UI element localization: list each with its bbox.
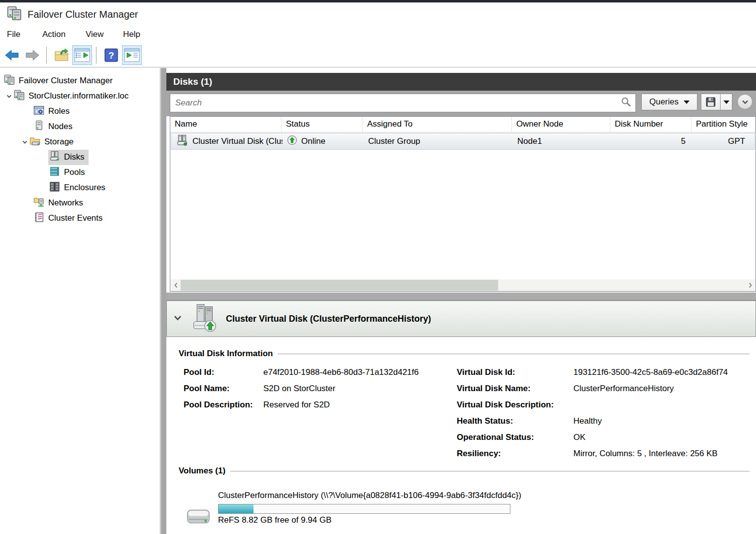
tree-item-label: Cluster Events (48, 213, 103, 223)
up-folder-button[interactable] (52, 45, 71, 65)
menu-file[interactable]: File (7, 28, 29, 41)
title-bar: Failover Cluster Manager (0, 2, 756, 26)
disk-row[interactable]: Cluster Virtual Disk (Clust... Online Cl… (171, 133, 755, 150)
volume-usage-fill (219, 504, 253, 513)
field-value: OK (573, 433, 586, 442)
scroll-right-arrow[interactable] (745, 279, 756, 291)
section-title: Virtual Disk Information (179, 349, 273, 359)
volume-name: ClusterPerformanceHistory (\\?\Volume{a0… (218, 491, 521, 501)
forward-button[interactable] (23, 45, 42, 65)
forward-icon (25, 49, 40, 62)
search-input[interactable] (170, 98, 621, 108)
queries-button-label: Queries (649, 97, 679, 107)
disks-list: Name Status Assigned To Owner Node Disk … (170, 116, 756, 292)
virtual-disk-info-section-header: Virtual Disk Information (179, 349, 750, 359)
field-label: Health Status: (457, 416, 573, 426)
detail-header[interactable]: Cluster Virtual Disk (ClusterPerformance… (166, 300, 756, 337)
help-button[interactable]: ? (101, 45, 121, 65)
disks-panel-toolbar: Queries (166, 91, 756, 116)
tree-item-cluster[interactable]: StorCluster.informatiker.loc (0, 89, 160, 103)
volumes-section-header: Volumes (1) (179, 466, 750, 476)
collapse-detail-chevron-icon[interactable] (174, 314, 182, 323)
menu-action[interactable]: Action (42, 28, 73, 41)
dropdown-caret-icon (724, 100, 729, 104)
disks-icon (49, 151, 60, 164)
console-tree-button[interactable] (72, 45, 92, 65)
scrollbar-thumb[interactable] (181, 280, 498, 291)
chevron-down-icon[interactable] (5, 92, 13, 100)
virtual-disk-large-icon (192, 303, 218, 334)
toolbar-separator (96, 47, 96, 64)
disk-name-cell: Cluster Virtual Disk (Clust... (171, 134, 283, 149)
tree-item-label: Roles (48, 106, 69, 116)
column-header-partition-style[interactable]: Partition Style (692, 117, 756, 132)
column-header-disk-number[interactable]: Disk Number (610, 117, 692, 132)
column-header-status[interactable]: Status (282, 117, 363, 132)
tree-item-label: Nodes (48, 122, 72, 132)
cluster-icon (14, 90, 25, 103)
chevron-down-icon[interactable] (21, 138, 29, 146)
disk-status: Online (301, 136, 325, 146)
field-value: Mirror, Columns: 5 , Interleave: 256 KB (573, 449, 718, 459)
search-box (170, 94, 636, 112)
volume-usage-bar (218, 504, 510, 514)
tree-item-roles[interactable]: Roles (0, 104, 160, 118)
save-dropdown-button[interactable] (720, 94, 732, 110)
tree-item-nodes[interactable]: Nodes (0, 120, 160, 134)
field-label: Pool Id: (184, 367, 263, 377)
up-folder-icon (54, 48, 69, 62)
chevron-down-icon (741, 98, 749, 106)
volume-item[interactable]: ClusterPerformanceHistory (\\?\Volume{a0… (186, 491, 521, 525)
collapse-panel-button[interactable] (737, 94, 753, 109)
enclosures-icon (49, 181, 60, 195)
tree-item-disks[interactable]: Disks (0, 150, 160, 164)
back-icon (4, 49, 19, 62)
disk-status-cell: Online (283, 135, 364, 148)
tree-splitter[interactable] (161, 68, 166, 534)
field-label: Virtual Disk Name: (457, 384, 573, 394)
floppy-icon (706, 97, 716, 107)
action-pane-button[interactable] (122, 45, 142, 65)
tree-item-storage[interactable]: Storage (0, 135, 160, 149)
field-value: S2D on StorCluster (263, 384, 335, 394)
tree-item-pools[interactable]: Pools (0, 166, 160, 179)
volume-disk-icon (186, 507, 211, 527)
scroll-left-arrow[interactable] (170, 279, 181, 291)
disk-number-cell: 5 (611, 136, 693, 146)
storage-folder-icon (30, 135, 40, 149)
disk-owner-cell: Node1 (513, 136, 611, 146)
field-value: ClusterPerformanceHistory (573, 384, 674, 394)
tree-item-label: Pools (64, 167, 85, 177)
tree-item-label: Enclosures (64, 183, 105, 193)
help-icon: ? (104, 48, 118, 62)
tree-item-networks[interactable]: Networks (0, 196, 160, 210)
horizontal-scrollbar[interactable] (170, 279, 756, 291)
networks-icon (33, 197, 44, 210)
back-button[interactable] (2, 45, 22, 65)
tree-item-label: Networks (48, 198, 83, 208)
online-status-icon (287, 135, 297, 148)
menu-view[interactable]: View (86, 28, 109, 41)
column-header-name[interactable]: Name (170, 117, 282, 132)
toolbar: ? (0, 43, 756, 67)
tree-item-label: Disks (64, 152, 85, 162)
tree-item-label: Failover Cluster Manager (19, 76, 113, 86)
field-value: Reserved for S2D (263, 400, 330, 410)
tree-item-enclosures[interactable]: Enclosures (0, 181, 160, 195)
nodes-icon (33, 120, 44, 134)
disks-panel-title: Disks (1) (166, 73, 756, 91)
tree-item-root[interactable]: Failover Cluster Manager (0, 74, 160, 88)
column-header-assigned-to[interactable]: Assigned To (363, 117, 512, 132)
magnifier-icon (621, 97, 631, 109)
tree-item-cluster-events[interactable]: Cluster Events (0, 211, 160, 225)
queries-button[interactable]: Queries (641, 94, 697, 110)
console-tree-icon (74, 48, 90, 62)
toolbar-separator (46, 47, 47, 64)
section-title: Volumes (1) (179, 466, 225, 476)
detail-splitter[interactable] (166, 292, 756, 300)
disk-name: Cluster Virtual Disk (Clust... (192, 136, 283, 146)
menu-help[interactable]: Help (123, 28, 140, 41)
column-header-owner-node[interactable]: Owner Node (512, 117, 610, 132)
save-query-button[interactable] (701, 94, 721, 110)
field-label: Resiliency: (457, 449, 573, 459)
